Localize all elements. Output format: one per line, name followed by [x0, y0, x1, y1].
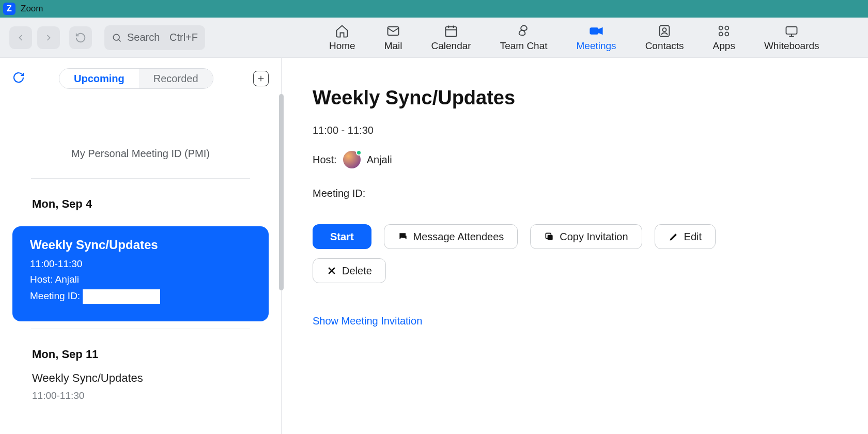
segmented-control: Upcoming Recorded [59, 68, 213, 89]
tab-home[interactable]: Home [329, 24, 355, 52]
refresh-button[interactable] [12, 71, 25, 86]
meeting-host: Host: Anjali [30, 274, 255, 285]
svg-rect-2 [388, 26, 399, 35]
pmi-label: My Personal Meeting ID (PMI) [0, 148, 281, 160]
pmi-block[interactable]: My Personal Meeting ID (PMI) [0, 122, 281, 175]
refresh-icon [12, 71, 25, 84]
meeting-title: Weekly Sync/Updates [30, 238, 255, 252]
segment-upcoming[interactable]: Upcoming [59, 69, 139, 88]
tab-mail[interactable]: Mail [384, 24, 402, 52]
meeting-id-row: Meeting ID: [313, 183, 868, 204]
tab-label: Apps [713, 40, 735, 52]
svg-rect-3 [446, 26, 457, 36]
meeting-time: 11:00-11:30 [30, 258, 255, 270]
svg-point-11 [719, 26, 723, 29]
delete-button[interactable]: Delete [313, 258, 386, 283]
button-label: Start [330, 231, 354, 243]
zoom-app-icon: Z [3, 3, 16, 15]
button-label: Delete [342, 265, 372, 277]
avatar [343, 151, 361, 168]
copy-invitation-button[interactable]: Copy Invitation [530, 224, 642, 249]
chevron-right-icon [43, 33, 54, 43]
segment-recorded[interactable]: Recorded [139, 69, 213, 88]
meeting-time: 11:00-11:30 [32, 390, 281, 401]
plus-icon [257, 74, 265, 83]
apps-icon [717, 24, 731, 38]
close-icon [327, 266, 337, 276]
tab-label: Team Chat [500, 40, 548, 52]
search-input[interactable]: Search Ctrl+F [104, 25, 205, 50]
nav-forward-button[interactable] [37, 26, 60, 49]
action-row: Start Message Attendees Copy Invitation … [313, 224, 868, 249]
video-icon [589, 24, 603, 38]
svg-point-12 [725, 26, 729, 29]
tab-label: Meetings [577, 40, 616, 52]
tab-label: Home [329, 40, 355, 52]
meeting-id-line: Meeting ID: [30, 289, 255, 304]
detail-title: Weekly Sync/Updates [313, 87, 868, 109]
svg-point-0 [113, 34, 119, 40]
history-button[interactable] [69, 26, 92, 49]
svg-rect-7 [590, 28, 598, 34]
meeting-id-label: Meeting ID: [30, 290, 80, 301]
meeting-title: Weekly Sync/Updates [32, 371, 281, 385]
pmi-value-redacted [91, 122, 190, 141]
contacts-icon [657, 24, 672, 38]
history-icon [75, 32, 86, 43]
tab-team-chat[interactable]: Team Chat [500, 24, 548, 52]
mail-icon [386, 24, 400, 38]
scrollbar[interactable] [279, 94, 284, 290]
meeting-card[interactable]: Weekly Sync/Updates 11:00-11:30 Host: An… [12, 226, 269, 321]
search-shortcut: Ctrl+F [169, 32, 198, 43]
host-row: Host: Anjali [313, 151, 868, 168]
edit-icon [669, 231, 679, 242]
svg-marker-8 [598, 28, 602, 34]
window-title: Zoom [21, 4, 43, 14]
meeting-detail: Weekly Sync/Updates 11:00 - 11:30 Host: … [282, 58, 868, 434]
svg-rect-9 [660, 25, 670, 36]
nav-back-button[interactable] [9, 26, 32, 49]
message-icon [398, 231, 408, 242]
main: Upcoming Recorded My Personal Meeting ID… [0, 58, 868, 434]
tab-whiteboards[interactable]: Whiteboards [764, 24, 819, 52]
detail-time: 11:00 - 11:30 [313, 125, 868, 136]
button-label: Copy Invitation [560, 231, 628, 243]
svg-rect-15 [786, 26, 797, 34]
meeting-card[interactable]: Weekly Sync/Updates 11:00-11:30 [0, 371, 281, 401]
tab-label: Contacts [645, 40, 684, 52]
start-button[interactable]: Start [313, 224, 371, 249]
meeting-sidebar: Upcoming Recorded My Personal Meeting ID… [0, 58, 282, 434]
tab-contacts[interactable]: Contacts [645, 24, 684, 52]
tab-label: Mail [384, 40, 402, 52]
date-header: Mon, Sep 11 [0, 329, 281, 371]
tab-calendar[interactable]: Calendar [431, 24, 471, 52]
home-icon [335, 24, 349, 38]
message-attendees-button[interactable]: Message Attendees [384, 224, 518, 249]
button-label: Edit [684, 231, 702, 243]
host-label: Host: [313, 154, 337, 166]
add-meeting-button[interactable] [253, 71, 269, 86]
show-invitation-link[interactable]: Show Meeting Invitation [313, 315, 422, 327]
chat-icon [517, 24, 531, 38]
titlebar: Z Zoom [0, 0, 868, 18]
svg-point-10 [663, 28, 667, 32]
host-name: Anjali [367, 154, 392, 166]
whiteboard-icon [784, 24, 799, 38]
calendar-icon [444, 24, 458, 38]
svg-point-13 [719, 32, 723, 36]
svg-point-14 [725, 32, 729, 36]
edit-button[interactable]: Edit [655, 224, 716, 249]
search-icon [112, 33, 122, 43]
tab-meetings[interactable]: Meetings [577, 24, 616, 52]
tab-label: Whiteboards [764, 40, 819, 52]
search-placeholder: Search [127, 32, 160, 43]
tab-apps[interactable]: Apps [713, 24, 735, 52]
meeting-id-label: Meeting ID: [313, 188, 365, 199]
svg-rect-20 [548, 235, 553, 240]
nav-tabs: Home Mail Calendar Team Chat Meetings Co… [329, 24, 819, 52]
presence-dot [356, 150, 362, 156]
date-header: Mon, Sep 4 [0, 179, 281, 221]
svg-line-1 [119, 39, 121, 41]
tab-label: Calendar [431, 40, 471, 52]
copy-icon [544, 231, 554, 242]
